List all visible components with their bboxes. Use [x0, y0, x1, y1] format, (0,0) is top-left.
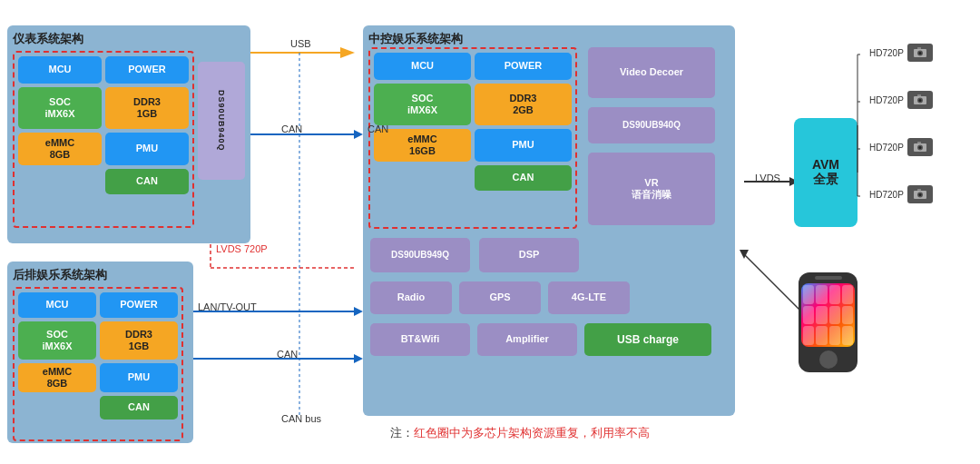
camera-row-3: HD720P — [869, 138, 933, 156]
rear-pmu-chip: PMU — [100, 363, 178, 392]
info-vr: VR 语音消噪 — [588, 153, 715, 225]
info-bt: BT&Wifi — [370, 323, 470, 356]
instr-soc-chip: SOC iMX6X — [18, 87, 102, 129]
info-dsp: DSP — [479, 238, 579, 272]
svg-marker-2 — [354, 130, 363, 139]
phone-icon — [799, 272, 858, 372]
instr-ds90-chip: DS90UB940Q — [198, 62, 245, 180]
instrument-title: 仪表系统架构 — [13, 31, 245, 47]
info-soc-chip: SOC iMX6X — [374, 84, 471, 125]
lan-tv-label: LAN/TV-OUT — [198, 301, 257, 312]
instr-mcu-chip: MCU — [18, 56, 102, 84]
instr-can-chip: CAN — [105, 169, 189, 194]
info-radio: Radio — [370, 281, 452, 314]
app-icon-4 — [842, 285, 853, 304]
rear-mcu-chip: MCU — [18, 292, 96, 318]
svg-rect-31 — [917, 189, 921, 191]
app-icon-2 — [816, 285, 827, 304]
avm-label: AVM 全景 — [812, 157, 839, 188]
app-icon-11 — [829, 326, 840, 345]
svg-rect-19 — [917, 47, 921, 49]
app-icon-8 — [842, 306, 853, 325]
hd720p-label-2: HD720P — [869, 95, 904, 105]
app-icon-6 — [816, 306, 827, 325]
info-gps: GPS — [459, 281, 541, 314]
info-pmu-chip: PMU — [475, 129, 572, 162]
info-ds90-940: DS90UB940Q — [588, 107, 715, 143]
instrument-panel: 仪表系统架构 MCU POWER SOC iMX6X DDR3 1GB eMMC… — [7, 25, 250, 243]
infotainment-title: 中控娱乐系统架构 — [368, 31, 730, 47]
info-video-decoder: Video Decoer — [588, 47, 715, 98]
camera-row-4: HD720P — [869, 185, 933, 203]
app-icon-9 — [803, 326, 814, 345]
app-icon-1 — [803, 285, 814, 304]
rear-power-chip: POWER — [100, 292, 178, 318]
svg-point-18 — [918, 52, 921, 54]
can-line1-label: CAN — [281, 123, 302, 134]
info-lte: 4G-LTE — [548, 281, 630, 314]
svg-rect-27 — [917, 142, 921, 143]
app-icon-12 — [842, 326, 853, 345]
diagram: 仪表系统架构 MCU POWER SOC iMX6X DDR3 1GB eMMC… — [0, 0, 980, 464]
hd720p-label-4: HD720P — [869, 190, 904, 200]
usb-line-label: USB — [290, 38, 311, 49]
camera-row-1: HD720P — [869, 44, 933, 62]
info-can-chip: CAN — [475, 165, 572, 191]
svg-marker-7 — [354, 307, 363, 316]
can-line-right-label: CAN — [368, 123, 388, 134]
camera-icon-4 — [907, 185, 933, 203]
app-icon-10 — [816, 326, 827, 345]
instrument-inner: MCU POWER SOC iMX6X DDR3 1GB eMMC 8GB PM… — [13, 51, 194, 228]
svg-point-26 — [918, 146, 921, 149]
instr-pmu-chip: PMU — [105, 133, 189, 165]
rear-soc-chip: SOC iMX6X — [18, 321, 96, 360]
camera-row-2: HD720P — [869, 91, 933, 109]
info-ds90-949: DS90UB949Q — [370, 238, 470, 272]
infotainment-inner: MCU POWER SOC iMX6X DDR3 2GB eMMC 16GB P… — [368, 47, 577, 229]
app-icon-7 — [829, 306, 840, 325]
note: 注：红色圈中为多芯片架构资源重复，利用率不高 — [390, 425, 650, 441]
rear-panel: 后排娱乐系统架构 MCU POWER SOC iMX6X DDR3 1GB eM… — [7, 262, 193, 443]
rear-title: 后排娱乐系统架构 — [13, 267, 188, 283]
lvds-label: LVDS — [755, 173, 780, 183]
note-red-text: 红色圈中为多芯片架构资源重复，利用率不高 — [414, 426, 650, 439]
rear-emmc-chip: eMMC 8GB — [18, 363, 96, 392]
camera-icon-1 — [907, 44, 933, 62]
can-rear-label: CAN — [277, 349, 298, 360]
svg-rect-23 — [917, 94, 921, 96]
rear-ddr3-chip: DDR3 1GB — [100, 321, 178, 360]
instr-emmc-chip: eMMC 8GB — [18, 133, 102, 165]
app-icon-5 — [803, 306, 814, 325]
avm-block: AVM 全景 — [794, 118, 858, 227]
hd720p-label-1: HD720P — [869, 48, 904, 58]
note-prefix: 注： — [390, 426, 414, 439]
info-mcu-chip: MCU — [374, 53, 471, 80]
instr-power-chip: POWER — [105, 56, 189, 84]
info-ddr3-chip: DDR3 2GB — [475, 84, 572, 125]
info-usb-charge: USB charge — [584, 323, 711, 356]
svg-point-30 — [918, 193, 921, 196]
instr-ddr3-chip: DDR3 1GB — [105, 87, 189, 129]
can-bus-label: CAN bus — [281, 413, 321, 424]
hd720p-label-3: HD720P — [869, 143, 904, 153]
rear-can-chip: CAN — [100, 396, 178, 420]
svg-marker-15 — [740, 250, 749, 259]
info-amplifier: Amplifier — [477, 323, 577, 356]
app-icon-3 — [829, 285, 840, 304]
svg-marker-9 — [354, 354, 363, 363]
info-power-chip: POWER — [475, 53, 572, 80]
svg-point-22 — [918, 99, 921, 102]
infotainment-panel: 中控娱乐系统架构 MCU POWER SOC iMX6X DDR3 2GB eM… — [363, 25, 735, 416]
camera-icon-2 — [907, 91, 933, 109]
camera-icon-3 — [907, 138, 933, 156]
rear-inner: MCU POWER SOC iMX6X DDR3 1GB eMMC 8GB PM… — [13, 287, 183, 441]
phone-screen — [801, 283, 855, 347]
lvds-720p-label: LVDS 720P — [216, 243, 268, 254]
